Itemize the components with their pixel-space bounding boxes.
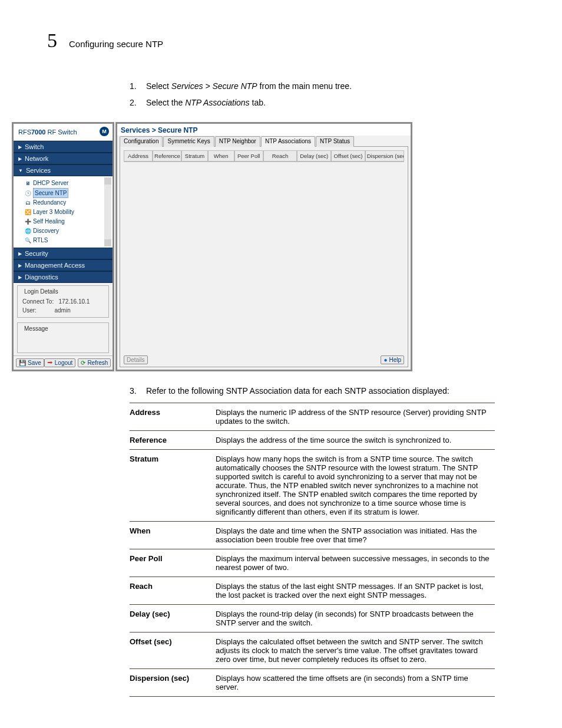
term: Reach — [130, 577, 216, 605]
arrow-right-icon: ▶ — [18, 251, 22, 256]
definition: Displays the address of the time source … — [216, 431, 495, 450]
definition: Displays how many hops the switch is fro… — [216, 450, 495, 522]
term: Offset (sec) — [130, 633, 216, 669]
navigation-panel: RFS7000 RF Switch M ▶Switch ▶Network ▼Se… — [12, 122, 114, 371]
help-button[interactable]: ●Help — [381, 355, 404, 364]
connect-to-value: 172.16.10.1 — [59, 298, 90, 305]
arrow-right-icon: ▶ — [18, 156, 22, 162]
col-stratum[interactable]: Stratum — [181, 150, 208, 162]
definition: Displays how scattered the time offsets … — [216, 669, 495, 697]
table-row: WhenDisplays the date and time when the … — [130, 522, 495, 549]
tree-item-l3mobility[interactable]: 🔀Layer 3 Mobility — [24, 207, 111, 217]
arrow-down-icon: ▼ — [18, 168, 23, 173]
tab-ntp-neighbor[interactable]: NTP Neighbor — [215, 136, 260, 147]
term: Address — [130, 403, 216, 431]
nav-item-security[interactable]: ▶Security — [14, 248, 113, 259]
table-row: StratumDisplays how many hops the switch… — [130, 450, 495, 522]
mobility-icon: 🔀 — [24, 208, 31, 217]
col-when[interactable]: When — [208, 150, 234, 162]
term: Delay (sec) — [130, 605, 216, 633]
step-text: Select the NTP Associations tab. — [146, 98, 266, 107]
step-number: 3. — [130, 386, 140, 396]
nav-item-network[interactable]: ▶Network — [14, 153, 113, 164]
redundancy-icon: 🗂 — [24, 199, 31, 207]
col-delay[interactable]: Delay (sec) — [297, 150, 331, 162]
tree-item-discovery[interactable]: 🌐Discovery — [24, 226, 111, 236]
details-button[interactable]: Details — [124, 355, 148, 364]
login-details: Login Details Connect To: 172.16.10.1 Us… — [17, 285, 109, 318]
message-box: Message — [17, 322, 109, 353]
logout-icon: ⮕ — [47, 360, 53, 366]
definition: Displays the maximum interval between su… — [216, 549, 495, 577]
tree-item-self-healing[interactable]: ➕Self Healing — [24, 217, 111, 226]
tab-ntp-status[interactable]: NTP Status — [316, 136, 354, 147]
tree-item-dhcp[interactable]: 🖥DHCP Server — [24, 179, 111, 188]
clock-icon: 🕒 — [24, 189, 31, 198]
tab-symmetric-keys[interactable]: Symmetric Keys — [163, 136, 214, 147]
nav-item-services[interactable]: ▼Services — [14, 164, 113, 176]
step-text: Select Services > Secure NTP from the ma… — [146, 81, 352, 91]
tree-item-secure-ntp[interactable]: 🕒Secure NTP — [24, 188, 111, 198]
col-offset[interactable]: Offset (sec) — [331, 150, 365, 162]
arrow-right-icon: ▶ — [18, 263, 22, 268]
step3: 3. Refer to the following SNTP Associati… — [130, 386, 515, 396]
motorola-logo-icon: M — [100, 127, 109, 136]
rtls-icon: 🔍 — [24, 236, 31, 245]
term: Peer Poll — [130, 549, 216, 577]
tree-item-rtls[interactable]: 🔍RTLS — [24, 236, 111, 245]
table-row: Delay (sec)Displays the round-trip delay… — [130, 605, 495, 633]
refresh-icon: ⟳ — [81, 360, 85, 366]
table-row: Peer PollDisplays the maximum interval b… — [130, 549, 495, 577]
definition: Displays the status of the last eight SN… — [216, 577, 495, 605]
step-number: 2. — [130, 98, 140, 107]
discovery-icon: 🌐 — [24, 227, 31, 236]
col-address[interactable]: Address — [124, 150, 153, 162]
term: Dispersion (sec) — [130, 669, 216, 697]
nav-item-switch[interactable]: ▶Switch — [14, 141, 113, 153]
refresh-button[interactable]: ⟳Refresh — [78, 358, 111, 367]
col-dispersion[interactable]: Dispersion (sec) — [365, 150, 404, 162]
tab-configuration[interactable]: Configuration — [120, 136, 163, 147]
services-tree: 🖥DHCP Server 🕒Secure NTP 🗂Redundancy 🔀La… — [14, 176, 113, 248]
brand-bar: RFS7000 RF Switch M — [14, 124, 113, 141]
arrow-right-icon: ▶ — [18, 275, 22, 280]
save-icon: 💾 — [19, 360, 26, 366]
nav-item-management-access[interactable]: ▶Management Access — [14, 259, 113, 271]
content-panel: Services > Secure NTP Configuration Symm… — [115, 122, 412, 371]
table-row: AddressDisplays the numeric IP address o… — [130, 403, 495, 431]
user-value: admin — [54, 307, 70, 314]
tab-ntp-associations[interactable]: NTP Associations — [261, 136, 315, 147]
chapter-number: 5 — [47, 29, 57, 52]
description-table: AddressDisplays the numeric IP address o… — [130, 403, 495, 697]
help-icon: ● — [384, 357, 387, 363]
term: Stratum — [130, 450, 216, 522]
col-reach[interactable]: Reach — [263, 150, 297, 162]
save-button[interactable]: 💾Save — [16, 358, 44, 367]
step-text: Refer to the following SNTP Association … — [146, 386, 449, 396]
col-reference[interactable]: Reference — [153, 150, 181, 162]
page-header: 5 Configuring secure NTP — [47, 29, 515, 52]
table-row: Offset (sec)Displays the calculated offs… — [130, 633, 495, 669]
healing-icon: ➕ — [24, 218, 31, 226]
arrow-right-icon: ▶ — [18, 144, 22, 150]
grid-body — [124, 166, 404, 350]
tab-panel: Address Reference Stratum When Peer Poll… — [120, 146, 408, 367]
definition: Displays the calculated offset between t… — [216, 633, 495, 669]
term: Reference — [130, 431, 216, 450]
chapter-title: Configuring secure NTP — [69, 39, 163, 49]
server-icon: 🖥 — [24, 179, 31, 188]
nav-item-diagnostics[interactable]: ▶Diagnostics — [14, 271, 113, 283]
scrollbar[interactable] — [104, 177, 111, 246]
logout-button[interactable]: ⮕Logout — [44, 358, 76, 367]
definition: Displays the round-trip delay (in second… — [216, 605, 495, 633]
col-peer-poll[interactable]: Peer Poll — [234, 150, 263, 162]
term: When — [130, 522, 216, 549]
step-number: 1. — [130, 81, 140, 91]
table-row: ReachDisplays the status of the last eig… — [130, 577, 495, 605]
definition: Displays the date and time when the SNTP… — [216, 522, 495, 549]
table-row: ReferenceDisplays the address of the tim… — [130, 431, 495, 450]
tree-item-redundancy[interactable]: 🗂Redundancy — [24, 198, 111, 207]
breadcrumb: Services > Secure NTP — [117, 124, 411, 136]
left-footer: 💾Save ⮕Logout ⟳Refresh — [14, 355, 113, 370]
panel-footer: Details ●Help — [120, 353, 408, 367]
